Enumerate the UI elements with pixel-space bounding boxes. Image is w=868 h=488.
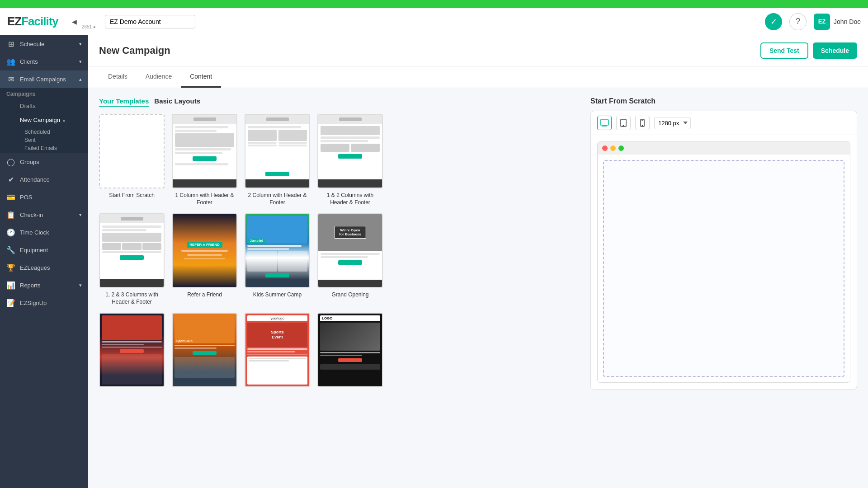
send-test-button[interactable]: Send Test: [760, 42, 808, 59]
sidebar-label-equipment: Equipment: [20, 247, 82, 253]
template-sports-event[interactable]: yourlogo SportsEvent: [245, 313, 310, 391]
mobile-view-button[interactable]: [635, 116, 650, 130]
tab-audience[interactable]: Audience: [137, 66, 181, 88]
scratch-title: Start From Scratch: [590, 97, 857, 105]
ezsignup-icon: 📝: [6, 299, 15, 307]
header: EZFacility ◀ 2651 ● EZ Demo Account ✓ ? …: [0, 8, 868, 35]
sidebar-item-pos[interactable]: 💳 POS: [0, 188, 88, 206]
svg-point-6: [642, 125, 643, 126]
svg-point-4: [623, 125, 624, 126]
sidebar-sub-new-campaign[interactable]: New Campaign ▴: [0, 113, 88, 127]
sidebar-item-time-clock[interactable]: 🕐 Time Clock: [0, 224, 88, 241]
check-icon-button[interactable]: ✓: [765, 13, 782, 30]
reports-icon: 📊: [6, 281, 15, 290]
template-label-mixed: 1 & 2 Columns with Header & Footer: [317, 192, 383, 206]
svg-rect-0: [600, 120, 609, 125]
sidebar-item-email-campaigns[interactable]: ✉ Email Campaigns ▴: [0, 70, 88, 88]
sidebar-item-check-in[interactable]: 📋 Check-in ▾: [0, 206, 88, 224]
sidebar-item-schedule[interactable]: ⊞ Schedule ▾: [0, 35, 88, 53]
template-1col[interactable]: 1 Column with Header & Footer: [172, 114, 237, 206]
template-refer-friend[interactable]: REFER A FRIEND Refer a Friend: [172, 213, 237, 305]
template-thumb-blank: [99, 114, 165, 188]
template-area: Your Templates Basic Layouts Start From …: [88, 88, 868, 400]
help-icon-button[interactable]: ?: [789, 13, 807, 30]
tabs: Details Audience Content: [88, 66, 868, 88]
sidebar-item-reports[interactable]: 📊 Reports ▾: [0, 277, 88, 294]
template-label-kids: Kids Summer Camp: [253, 291, 302, 299]
tablet-view-button[interactable]: [616, 116, 631, 130]
template-label-grand: Grand Opening: [331, 291, 368, 299]
browser-dot-green: [618, 145, 624, 151]
sidebar-item-equipment[interactable]: 🔧 Equipment: [0, 241, 88, 259]
sidebar-collapse-button[interactable]: ◀: [69, 16, 80, 27]
user-name-label: John Doe: [834, 18, 861, 25]
template-blank[interactable]: Start From Scratch: [99, 114, 165, 206]
sidebar-label-groups: Groups: [20, 159, 82, 165]
app-body: ⊞ Schedule ▾ 👥 Clients ▾ ✉ Email Campaig…: [0, 35, 868, 488]
sidebar-label-ezsignup: EZSignUp: [20, 300, 82, 306]
desktop-view-button[interactable]: [597, 116, 612, 130]
sidebar-item-clients[interactable]: 👥 Clients ▾: [0, 53, 88, 70]
logo-text: EZFacility: [7, 14, 58, 28]
equipment-icon: 🔧: [6, 246, 15, 254]
email-icon: ✉: [6, 75, 15, 84]
sidebar-label-time-clock: Time Clock: [20, 229, 82, 236]
basic-layouts-tab[interactable]: Basic Layouts: [154, 97, 200, 107]
top-bar: [0, 0, 868, 8]
sidebar-label-reports: Reports: [20, 282, 75, 289]
template-thumb-mixed: [317, 114, 383, 188]
sidebar-item-ezsignup[interactable]: 📝 EZSignUp: [0, 294, 88, 312]
attendance-icon: ✔: [6, 175, 15, 184]
sidebar-sub-failed-emails[interactable]: Failed Emails: [24, 144, 88, 152]
template-kids-camp[interactable]: Jump In!: [245, 213, 310, 305]
sidebar-sub-sent[interactable]: Sent: [24, 136, 88, 144]
sidebar-label-email-campaigns: Email Campaigns: [20, 76, 75, 83]
chevron-icon: ▾: [79, 282, 82, 288]
user-menu[interactable]: EZ John Doe: [814, 14, 861, 30]
groups-icon: ◯: [6, 158, 15, 166]
template-dark1[interactable]: [99, 313, 165, 391]
template-thumb-1col: [172, 114, 237, 188]
chevron-icon: ▾: [79, 41, 82, 47]
tab-details[interactable]: Details: [99, 66, 137, 88]
template-thumb-multi: [99, 213, 165, 288]
browser-canvas: [603, 160, 844, 377]
sidebar-sub-drafts[interactable]: Drafts: [0, 99, 88, 113]
template-label-2col: 2 Column with Header & Footer: [245, 192, 310, 206]
template-thumb-kids: Jump In!: [245, 213, 310, 288]
schedule-icon: ⊞: [6, 40, 15, 48]
schedule-button[interactable]: Schedule: [813, 42, 857, 59]
clients-icon: 👥: [6, 57, 15, 66]
template-fitness[interactable]: LOGO: [317, 313, 383, 391]
account-dropdown[interactable]: EZ Demo Account: [105, 15, 195, 28]
template-mixed-col[interactable]: 1 & 2 Columns with Header & Footer: [317, 114, 383, 206]
browser-window: [597, 141, 850, 383]
template-2col[interactable]: 2 Column with Header & Footer: [245, 114, 310, 206]
template-multi-col[interactable]: 1, 2 & 3 Columns with Header & Footer: [99, 213, 165, 305]
section-heading: Your Templates Basic Layouts: [99, 97, 576, 107]
account-selector[interactable]: EZ Demo Account: [105, 15, 195, 28]
browser-dot-red: [602, 145, 608, 151]
sidebar-item-ezleagues[interactable]: 🏆 EZLeagues: [0, 259, 88, 277]
template-grand-opening[interactable]: We're Open for Business Grand Openi: [317, 213, 383, 305]
template-label-blank: Start From Scratch: [109, 192, 155, 199]
size-select[interactable]: 640 px 960 px 1280 px 1440 px: [654, 117, 691, 129]
new-campaign-label: New Campaign: [20, 117, 60, 123]
logo: EZFacility: [7, 14, 58, 28]
sidebar-item-groups[interactable]: ◯ Groups: [0, 153, 88, 171]
timeclock-icon: 🕐: [6, 228, 15, 237]
template-thumb-dark1: [99, 313, 165, 387]
main-content: New Campaign Send Test Schedule Details …: [88, 35, 868, 488]
sidebar-sub-scheduled[interactable]: Scheduled: [24, 128, 88, 136]
chevron-icon: ▾: [79, 212, 82, 218]
sidebar-item-attendance[interactable]: ✔ Attendance: [0, 171, 88, 188]
template-label-multi: 1, 2 & 3 Columns with Header & Footer: [99, 291, 165, 305]
your-templates-tab[interactable]: Your Templates: [99, 97, 149, 107]
template-dark2[interactable]: Sport Club: [172, 313, 237, 391]
campaigns-submenu: Campaigns Drafts New Campaign ▴ Schedule…: [0, 88, 88, 153]
tab-content[interactable]: Content: [181, 66, 221, 88]
sidebar-label-clients: Clients: [20, 58, 75, 65]
header-actions: ✓ ? EZ John Doe: [765, 13, 861, 30]
sidebar-label-pos: POS: [20, 194, 82, 201]
user-avatar: EZ: [814, 14, 830, 30]
